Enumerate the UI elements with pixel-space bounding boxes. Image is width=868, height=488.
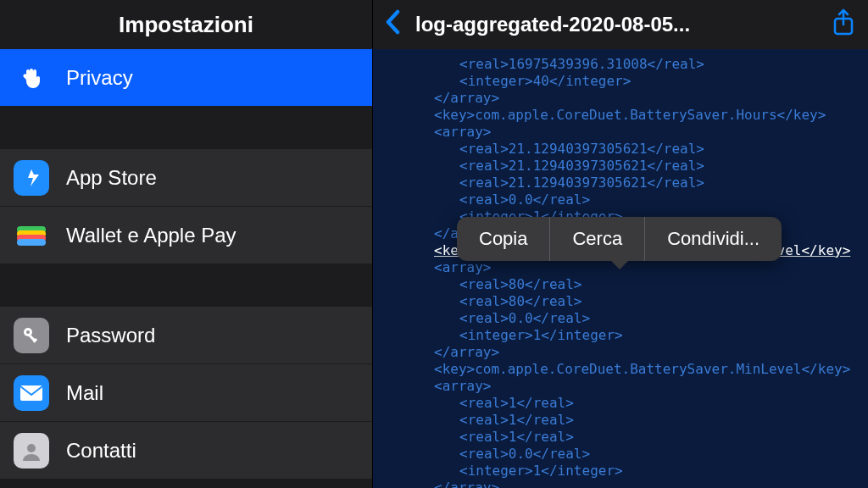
sidebar-item-label: Privacy	[66, 66, 133, 90]
section-gap	[0, 264, 372, 307]
code-line: <real>16975439396.31008</real>	[373, 56, 868, 73]
code-line: <real>0.0</real>	[373, 310, 868, 327]
code-line: <real>80</real>	[373, 293, 868, 310]
detail-header: log-aggregated-2020-08-05...	[373, 0, 868, 49]
code-line: <integer>1</integer>	[373, 463, 868, 480]
sidebar-item-privacy[interactable]: Privacy	[0, 49, 372, 107]
appstore-icon	[14, 160, 49, 196]
sidebar-item-mail[interactable]: Mail	[0, 364, 372, 422]
code-line: <key>com.apple.CoreDuet.BatterySaver.Hou…	[373, 107, 868, 124]
sidebar-item-contatti[interactable]: Contatti	[0, 422, 372, 480]
svg-rect-9	[20, 385, 42, 401]
code-line: <real>21.12940397305621</real>	[373, 158, 868, 175]
sidebar-item-label: Mail	[66, 381, 103, 405]
sidebar-item-label: Wallet e Apple Pay	[66, 224, 236, 247]
code-line: <integer>40</integer>	[373, 73, 868, 90]
code-line: <array>	[373, 378, 868, 395]
chevron-left-icon	[385, 9, 402, 35]
code-line: <real>80</real>	[373, 276, 868, 293]
code-line: <array>	[373, 124, 868, 141]
code-line: </array>	[373, 90, 868, 107]
sidebar-item-password[interactable]: Password	[0, 307, 372, 364]
hand-icon	[14, 60, 49, 96]
code-line: <integer>1</integer>	[373, 327, 868, 344]
context-menu: Copia Cerca Condividi...	[457, 217, 782, 261]
code-line: <real>21.12940397305621</real>	[373, 175, 868, 191]
code-line: <real>1</real>	[373, 429, 868, 446]
sidebar-item-app-store[interactable]: App Store	[0, 149, 372, 207]
sidebar-title: Impostazioni	[119, 12, 253, 38]
sidebar-item-label: App Store	[66, 166, 157, 190]
code-line: <real>1</real>	[373, 412, 868, 429]
contacts-icon	[14, 433, 49, 469]
share-button[interactable]	[831, 8, 856, 41]
svg-point-6	[26, 330, 30, 334]
code-line: <key>com.apple.CoreDuet.BatterySaver.Min…	[373, 361, 868, 378]
code-line: </array>	[373, 480, 868, 488]
section-gap	[0, 107, 372, 149]
code-line: <real>21.12940397305621</real>	[373, 141, 868, 158]
code-line: </array>	[373, 344, 868, 361]
back-button[interactable]	[385, 9, 402, 40]
menu-find[interactable]: Cerca	[550, 217, 644, 261]
share-icon	[831, 8, 856, 37]
settings-sidebar: Impostazioni PrivacyApp StoreWallet e Ap…	[0, 0, 373, 488]
sidebar-item-label: Contatti	[66, 439, 136, 463]
detail-panel: log-aggregated-2020-08-05... <real>16975…	[373, 0, 868, 488]
sidebar-item-wallet-e-apple-pay[interactable]: Wallet e Apple Pay	[0, 207, 372, 264]
wallet-icon	[14, 218, 49, 253]
code-line: <real>1</real>	[373, 395, 868, 412]
svg-rect-4	[17, 239, 46, 246]
menu-share[interactable]: Condividi...	[645, 217, 782, 261]
code-line: <real>0.0</real>	[373, 446, 868, 463]
file-title: log-aggregated-2020-08-05...	[415, 13, 831, 36]
code-line: <real>0.0</real>	[373, 191, 868, 208]
svg-point-10	[27, 444, 36, 452]
menu-copy[interactable]: Copia	[457, 217, 549, 261]
mail-icon	[14, 375, 49, 411]
sidebar-item-label: Password	[66, 324, 155, 347]
sidebar-header: Impostazioni	[0, 0, 372, 49]
sidebar-list: PrivacyApp StoreWallet e Apple PayPasswo…	[0, 49, 372, 480]
key-icon	[14, 318, 49, 353]
